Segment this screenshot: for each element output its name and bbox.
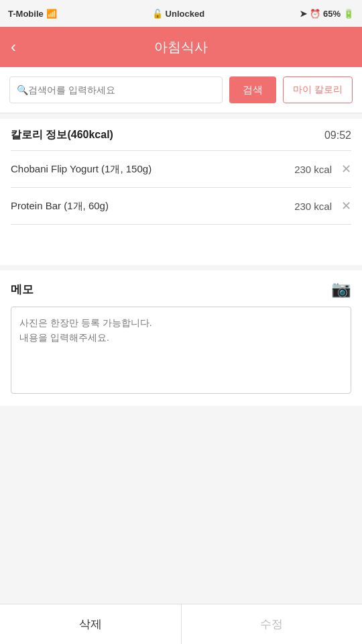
status-left: T-Mobile 📶 <box>8 9 57 19</box>
food-item-1: Chobani Flip Yogurt (1개, 150g) 230 kcal … <box>11 151 351 188</box>
food-right-2: 230 kcal ✕ <box>294 199 351 213</box>
carrier-label: T-Mobile <box>8 9 44 19</box>
food-name-2: Protein Bar (1개, 60g) <box>11 200 109 213</box>
status-bar: T-Mobile 📶 🔓 Unlocked ➤ ⏰ 65% 🔋 <box>0 0 362 27</box>
food-delete-1[interactable]: ✕ <box>341 162 351 176</box>
search-input[interactable] <box>17 85 215 95</box>
food-empty <box>11 225 351 265</box>
lock-label: Unlocked <box>166 9 205 19</box>
status-center: 🔓 Unlocked <box>152 9 205 19</box>
header: ‹ 아침식사 <box>0 27 362 67</box>
back-button[interactable]: ‹ <box>11 38 16 56</box>
my-calorie-button[interactable]: 마이 칼로리 <box>283 76 353 103</box>
food-right-1: 230 kcal ✕ <box>294 162 351 176</box>
search-button[interactable]: 검색 <box>229 76 276 103</box>
calorie-header: 칼로리 정보(460kcal) 09:52 <box>11 128 351 151</box>
food-name-1: Chobani Flip Yogurt (1개, 150g) <box>11 163 152 176</box>
battery-icon: 🔋 <box>343 9 354 19</box>
camera-icon[interactable]: 📷 <box>331 280 351 299</box>
food-delete-2[interactable]: ✕ <box>341 199 351 213</box>
lock-icon: 🔓 <box>152 9 163 19</box>
memo-label: 메모 <box>11 282 34 297</box>
battery-label: 65% <box>323 9 341 19</box>
bottom-buttons: 삭제 수정 <box>0 604 362 644</box>
nav-icon: ➤ <box>300 9 307 19</box>
calorie-title: 칼로리 정보(460kcal) <box>11 128 113 142</box>
status-right: ➤ ⏰ 65% 🔋 <box>300 9 354 19</box>
food-item-2: Protein Bar (1개, 60g) 230 kcal ✕ <box>11 188 351 225</box>
search-area: 검색 마이 칼로리 <box>0 67 362 113</box>
calorie-section: 칼로리 정보(460kcal) 09:52 Chobani Flip Yogur… <box>0 119 362 265</box>
food-kcal-1: 230 kcal <box>294 164 332 175</box>
page-title: 아침식사 <box>154 38 208 56</box>
memo-header: 메모 📷 <box>11 280 351 299</box>
alarm-icon: ⏰ <box>310 9 320 19</box>
delete-button[interactable]: 삭제 <box>0 604 182 644</box>
search-input-wrapper <box>9 76 223 103</box>
edit-button[interactable]: 수정 <box>182 604 363 644</box>
memo-section: 메모 📷 <box>0 270 362 406</box>
memo-textarea[interactable] <box>11 307 351 394</box>
calorie-time: 09:52 <box>324 129 351 142</box>
food-kcal-2: 230 kcal <box>294 201 332 212</box>
wifi-icon: 📶 <box>46 9 57 19</box>
